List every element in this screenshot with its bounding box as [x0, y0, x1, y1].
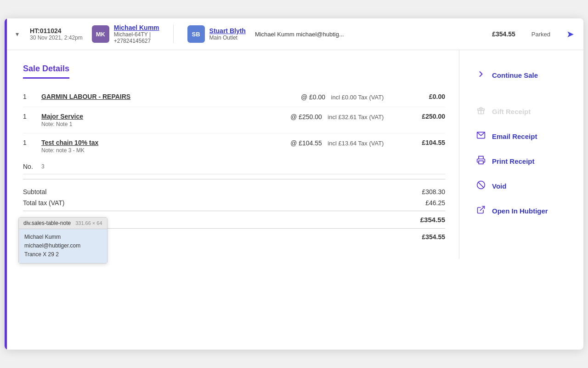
- status-badge: Parked: [531, 31, 550, 38]
- sale-id: HT:011024: [30, 27, 83, 34]
- actions-panel: Continue Sale Gift Receipt: [459, 50, 583, 259]
- header-row: ▾ HT:011024 30 Nov 2021, 2:42pm MK Micha…: [5, 18, 583, 50]
- sale-total-value: £354.55: [420, 216, 445, 224]
- avatar-mk: MK: [92, 25, 109, 43]
- panel-title: Sale Details: [23, 64, 69, 79]
- item-note: Note: Note 1: [41, 121, 204, 127]
- tooltip-popup: div.sales-table-note 331.66 × 64 Michael…: [18, 217, 107, 264]
- gift-receipt-icon: [475, 106, 486, 117]
- subtotal-value: £308.30: [422, 188, 445, 196]
- svg-rect-3: [479, 161, 483, 164]
- note-row-label: No.: [23, 163, 37, 170]
- open-hubtiger-label: Open In Hubtiger: [492, 207, 548, 215]
- item-price-cell: @ £104.55 incl £13.64 Tax (VAT): [209, 133, 389, 160]
- item-qty: 1: [23, 87, 37, 107]
- void-label: Void: [492, 182, 506, 190]
- continue-sale-label: Continue Sale: [492, 71, 538, 79]
- subtotal-row: Subtotal £308.30: [23, 186, 445, 197]
- customer2-block: SB Stuart Blyth Main Outlet: [187, 25, 246, 43]
- item-name-cell: GARMIN LABOUR - REPAIRS: [37, 87, 209, 107]
- print-receipt-icon: [475, 155, 486, 167]
- balance-value: £354.55: [422, 233, 445, 241]
- item-name-cell: Major Service Note: Note 1: [37, 107, 209, 133]
- email-receipt-icon: [475, 131, 486, 142]
- gift-receipt-button[interactable]: Gift Receipt: [471, 100, 572, 123]
- accent-bar: [5, 18, 7, 350]
- avatar-sb: SB: [187, 25, 205, 43]
- item-note: Note: note 3 - MK: [41, 147, 204, 154]
- tooltip-line-3: Trance X 29 2: [24, 250, 102, 259]
- print-receipt-button[interactable]: Print Receipt: [471, 150, 572, 172]
- customer1-info: Michael Kumm Michael-64TY | +27824145627: [114, 24, 159, 44]
- tooltip-header: div.sales-table-note 331.66 × 64: [19, 218, 107, 229]
- tooltip-line-1: Michael Kumm: [24, 233, 102, 242]
- customer2-info: Stuart Blyth Main Outlet: [209, 27, 246, 41]
- tooltip-body: Michael Kumm michael@hubtiger.com Trance…: [19, 229, 107, 263]
- header-divider: [173, 25, 174, 43]
- svg-line-6: [480, 207, 484, 211]
- item-at-price: @ £0.00: [301, 93, 325, 101]
- void-icon: [475, 180, 486, 192]
- item-total: £104.55: [388, 133, 445, 160]
- item-qty: 1: [23, 133, 37, 160]
- items-table: 1 GARMIN LABOUR - REPAIRS @ £0.00 incl £…: [23, 87, 445, 159]
- item-total: £0.00: [388, 87, 445, 107]
- item-name[interactable]: GARMIN LABOUR - REPAIRS: [41, 93, 204, 100]
- customer1-name[interactable]: Michael Kumm: [114, 24, 159, 31]
- tooltip-line-2: michael@hubtiger.com: [24, 242, 102, 250]
- continue-sale-icon: [475, 69, 486, 81]
- item-at-price: @ £250.00: [290, 113, 322, 121]
- tooltip-dims: 331.66 × 64: [75, 220, 102, 226]
- item-name[interactable]: Test chain 10% tax: [41, 139, 204, 146]
- tax-row: Total tax (VAT) £46.25: [23, 197, 445, 208]
- customer1-sub1: Michael-64TY |: [114, 31, 159, 38]
- customer1-block: MK Michael Kumm Michael-64TY | +27824145…: [92, 24, 159, 44]
- open-hubtiger-icon: [475, 205, 486, 217]
- email-receipt-label: Email Receipt: [492, 132, 537, 140]
- table-row: 1 GARMIN LABOUR - REPAIRS @ £0.00 incl £…: [23, 87, 445, 107]
- sale-date: 30 Nov 2021, 2:42pm: [30, 34, 83, 41]
- item-tax: incl £32.61 Tax (VAT): [328, 114, 384, 121]
- gift-receipt-label: Gift Receipt: [492, 108, 531, 115]
- note-row-num: 3: [41, 163, 45, 170]
- item-price-cell: @ £0.00 incl £0.00 Tax (VAT): [209, 87, 389, 107]
- collapse-button[interactable]: ▾: [14, 29, 21, 40]
- item-total: £250.00: [388, 107, 445, 133]
- continue-sale-button[interactable]: Continue Sale: [471, 64, 572, 86]
- totals-section: Subtotal £308.30 Total tax (VAT) £46.25: [23, 179, 445, 208]
- open-hubtiger-button[interactable]: Open In Hubtiger: [471, 200, 572, 222]
- forward-icon[interactable]: ➤: [566, 29, 574, 40]
- table-row: 1 Major Service Note: Note 1 @ £250.00 i…: [23, 107, 445, 133]
- item-name-cell: Test chain 10% tax Note: note 3 - MK: [37, 133, 209, 160]
- customer2-name[interactable]: Stuart Blyth: [209, 27, 246, 34]
- item-tax: incl £13.64 Tax (VAT): [328, 140, 384, 147]
- item-price-cell: @ £250.00 incl £32.61 Tax (VAT): [209, 107, 389, 133]
- item-name[interactable]: Major Service: [41, 113, 204, 120]
- customer-email-text: Michael Kumm michael@hubtig...: [255, 31, 483, 38]
- sale-id-block: HT:011024 30 Nov 2021, 2:42pm: [30, 27, 83, 41]
- table-row: 1 Test chain 10% tax Note: note 3 - MK @…: [23, 133, 445, 160]
- header-amount: £354.55: [492, 30, 515, 38]
- item-tax: incl £0.00 Tax (VAT): [331, 94, 384, 101]
- item-qty: 1: [23, 107, 37, 133]
- subtotal-label: Subtotal: [23, 188, 46, 196]
- email-receipt-button[interactable]: Email Receipt: [471, 125, 572, 148]
- svg-line-5: [478, 182, 484, 188]
- void-button[interactable]: Void: [471, 175, 572, 197]
- main-window: ▾ HT:011024 30 Nov 2021, 2:42pm MK Micha…: [5, 18, 583, 350]
- customer2-sub1: Main Outlet: [209, 34, 246, 41]
- tax-label: Total tax (VAT): [23, 199, 65, 207]
- customer1-sub2: +27824145627: [114, 38, 159, 44]
- tooltip-class: div.sales-table-note: [23, 220, 71, 226]
- item-at-price: @ £104.55: [290, 139, 322, 147]
- tax-value: £46.25: [425, 199, 445, 207]
- print-receipt-label: Print Receipt: [492, 157, 535, 165]
